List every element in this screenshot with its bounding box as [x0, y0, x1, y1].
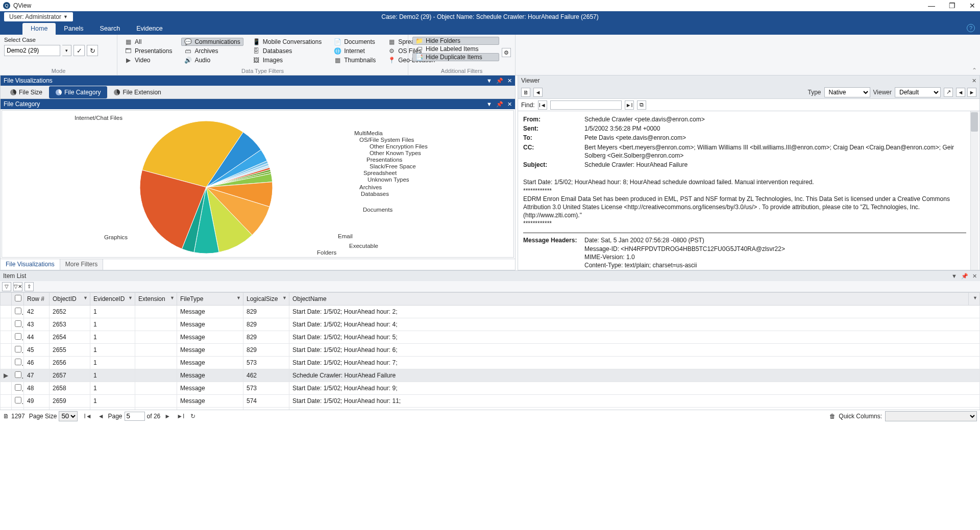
delete-column-button[interactable]: 🗑 — [829, 413, 836, 420]
filter-internet[interactable]: 🌐Internet — [331, 47, 379, 55]
row-checkbox[interactable] — [15, 359, 21, 365]
case-confirm-button[interactable]: ✓ — [74, 45, 85, 56]
col-extension[interactable]: Extension▼ — [135, 293, 177, 306]
filter-presentations[interactable]: 🗔Presentations — [121, 47, 175, 55]
additional-filters-settings-button[interactable]: ⚙ — [502, 48, 511, 57]
find-prev-button[interactable]: I◄ — [538, 100, 547, 110]
row-checkbox[interactable] — [15, 371, 21, 378]
item-list-close-icon[interactable]: ✕ — [972, 273, 977, 280]
table-row[interactable]: 4626561Message573Start Date: 1/5/02; Hou… — [1, 357, 980, 369]
user-dropdown[interactable]: User: Administrator ▼ — [4, 12, 73, 21]
find-next-button[interactable]: ►I — [625, 100, 634, 110]
filter-thumbnails[interactable]: ▦Thumbnails — [331, 56, 379, 64]
row-checkbox[interactable] — [15, 320, 21, 327]
row-checkbox[interactable] — [15, 346, 21, 352]
select-all-checkbox[interactable] — [15, 295, 21, 301]
viewer-close-icon[interactable]: ✕ — [972, 78, 976, 84]
viewer-viewer-select[interactable]: Default — [895, 87, 941, 97]
first-page-button[interactable]: I◄ — [82, 413, 93, 420]
item-list-title: Item List — [3, 272, 26, 280]
window-minimize-button[interactable]: — — [927, 2, 936, 10]
viz-tab-file-extension[interactable]: File Extension — [107, 86, 167, 98]
row-checkbox[interactable] — [15, 308, 21, 314]
item-list-pin-icon[interactable]: 📌 — [961, 273, 968, 280]
quick-columns-select[interactable] — [885, 411, 977, 421]
next-page-button[interactable]: ► — [162, 413, 173, 420]
find-input[interactable] — [550, 100, 622, 110]
filter-databases[interactable]: 🗄Databases — [250, 47, 325, 55]
tab-evidence[interactable]: Evidence — [128, 23, 170, 35]
refresh-page-button[interactable]: ↻ — [188, 413, 198, 420]
filter-mobile-conversations[interactable]: 📱Mobile Conversations — [250, 38, 325, 46]
bottom-tab-more-filters[interactable]: More Filters — [60, 259, 103, 270]
export-button[interactable]: ⇪ — [24, 282, 34, 291]
filter-all[interactable]: ▦All — [121, 38, 175, 46]
row-checkbox[interactable] — [15, 333, 21, 340]
table-row[interactable]: 4326531Message829Start Date: 1/5/02; Hou… — [1, 318, 980, 331]
prev-page-button[interactable]: ◄ — [96, 413, 106, 420]
scrollbar-thumb[interactable] — [971, 112, 978, 132]
clear-filter-button[interactable]: ▽✕ — [13, 282, 22, 291]
window-maximize-button[interactable]: ❐ — [947, 2, 957, 10]
viewer-type-label: Type — [808, 89, 821, 96]
panel-pin-icon[interactable]: 📌 — [496, 78, 503, 84]
viz-tab-file-size[interactable]: File Size — [4, 86, 49, 98]
filter-icon: ▦ — [334, 57, 341, 64]
filter-video[interactable]: ▶Video — [121, 56, 175, 64]
help-button[interactable]: ? — [967, 24, 975, 32]
subpanel-pin-icon[interactable]: 📌 — [496, 101, 503, 108]
filter-audio[interactable]: 🔊Audio — [181, 56, 243, 64]
window-close-button[interactable]: ✕ — [968, 2, 977, 10]
subpanel-menu-icon[interactable]: ▼ — [486, 101, 492, 108]
tab-search[interactable]: Search — [92, 23, 129, 35]
tab-panels[interactable]: Panels — [56, 23, 91, 35]
row-checkbox[interactable] — [15, 397, 21, 403]
subpanel-close-icon[interactable]: ✕ — [507, 101, 512, 108]
table-row[interactable]: 4826581Message573Start Date: 1/5/02; Hou… — [1, 382, 980, 395]
ribbon-collapse-button[interactable]: ⌃ — [972, 67, 977, 74]
scrollbar[interactable] — [970, 111, 978, 270]
filter-images[interactable]: 🖼Images — [250, 56, 325, 64]
panel-menu-icon[interactable]: ▼ — [486, 78, 492, 84]
viewer-export-button[interactable]: 🗎 — [521, 88, 530, 97]
page-input[interactable] — [125, 412, 145, 421]
find-copy-button[interactable]: ⧉ — [637, 100, 646, 110]
page-size-select[interactable]: 50 — [59, 411, 78, 421]
panel-close-icon[interactable]: ✕ — [507, 78, 512, 84]
viewer-popout-button[interactable]: ↗ — [944, 88, 953, 97]
filter-documents[interactable]: 📄Documents — [331, 38, 379, 46]
table-row[interactable]: 4426541Message829Start Date: 1/5/02; Hou… — [1, 331, 980, 344]
filter-archives[interactable]: 🗃Archives — [181, 47, 243, 55]
case-select-input[interactable] — [4, 45, 60, 56]
col-row[interactable]: Row # — [24, 293, 50, 306]
case-select-dropdown[interactable]: ▾ — [62, 45, 71, 56]
col-objectname[interactable]: ObjectName — [289, 293, 969, 306]
case-refresh-button[interactable]: ↻ — [87, 45, 98, 56]
table-row[interactable]: 4926591Message574Start Date: 1/5/02; Hou… — [1, 395, 980, 408]
table-row[interactable]: 5026601Message574Start Date: 1/5/02; Hou… — [1, 408, 980, 410]
col-filter-last[interactable]: ▼ — [969, 293, 980, 306]
filter-communications[interactable]: 💬Communications — [181, 38, 243, 46]
viewer-prev-doc-button[interactable]: ◄ — [956, 88, 965, 97]
pie-chart[interactable]: Internet/Chat FilesMultiMediaOS/File Sys… — [2, 110, 514, 258]
viewer-next-doc-button[interactable]: ► — [967, 88, 976, 97]
additional-filter-hide-folders[interactable]: 📁Hide Folders — [412, 37, 499, 45]
table-row[interactable]: ▶4726571Message462Schedule Crawler: Hour… — [1, 369, 980, 382]
tab-home[interactable]: Home — [22, 23, 56, 35]
viewer-type-select[interactable]: Native — [824, 87, 870, 97]
last-page-button[interactable]: ►I — [175, 413, 186, 420]
viewer-back-button[interactable]: ◄ — [533, 88, 543, 97]
viz-tab-file-category[interactable]: File Category — [49, 86, 107, 98]
table-row[interactable]: 4526551Message829Start Date: 1/5/02; Hou… — [1, 344, 980, 357]
col-objectid[interactable]: ObjectID▼ — [50, 293, 90, 306]
bottom-tab-file-visualizations[interactable]: File Visualizations — [1, 259, 60, 270]
row-checkbox[interactable] — [15, 384, 21, 391]
additional-filter-hide-labeled-items[interactable]: 🏷Hide Labeled Items — [412, 45, 499, 53]
col-filetype[interactable]: FileType▼ — [177, 293, 243, 306]
filter-button[interactable]: ▽ — [2, 282, 11, 291]
table-row[interactable]: 4226521Message829Start Date: 1/5/02; Hou… — [1, 306, 980, 318]
col-logicalsize[interactable]: LogicalSize▼ — [243, 293, 289, 306]
additional-filter-hide-duplicate-items[interactable]: 📑Hide Duplicate Items — [412, 53, 499, 61]
item-list-menu-icon[interactable]: ▼ — [951, 273, 957, 280]
col-evidenceid[interactable]: EvidenceID▼ — [90, 293, 135, 306]
